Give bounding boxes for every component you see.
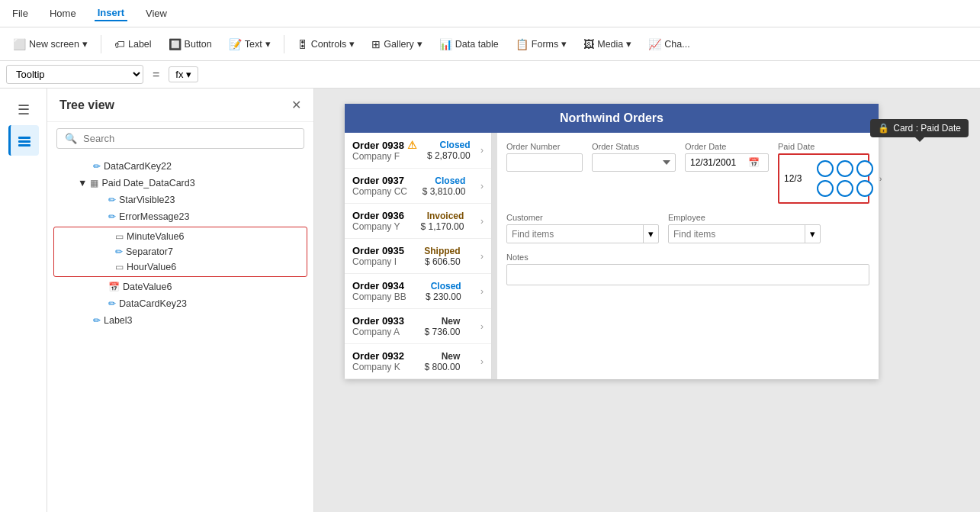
svg-rect-0 [18, 137, 31, 139]
form-row-3: Notes [506, 253, 869, 285]
order-item-0936[interactable]: Order 0936 Company Y Invoiced $ 1,170.00… [345, 204, 491, 239]
fx-button[interactable]: fx ▾ [169, 66, 198, 82]
time-circle-4[interactable] [817, 180, 834, 197]
time-circle-3[interactable] [856, 160, 873, 177]
order-item-0938[interactable]: Order 0938 ⚠ Company F Closed $ 2,870.00… [345, 133, 491, 169]
tree-item-datacardkey23[interactable]: ✏ DataCardKey23 [47, 296, 313, 311]
order-item-0932[interactable]: Order 0932 Company K New $ 800.00 › [345, 344, 491, 379]
charts-button[interactable]: 📈 Cha... [641, 34, 696, 54]
order-item-0933[interactable]: Order 0933 Company A New $ 736.00 › [345, 309, 491, 344]
scrollbar[interactable] [492, 133, 497, 379]
time-circle-2[interactable] [837, 160, 853, 177]
main-layout: ☰ Tree view ✕ 🔍 ✏ DataCardKey22 [0, 89, 980, 512]
menu-home[interactable]: Home [47, 6, 79, 21]
sidebar-hamburger[interactable]: ☰ [8, 95, 39, 125]
paid-date-chevron[interactable]: › [879, 175, 882, 183]
time-picker [814, 157, 876, 200]
tree-panel: Tree view ✕ 🔍 ✏ DataCardKey22 ▼ ▦ [47, 89, 314, 512]
sidebar-layers[interactable] [8, 125, 39, 156]
time-circle-1[interactable] [817, 160, 834, 177]
tree-item-errormessage23[interactable]: ✏ ErrorMessage23 [47, 209, 313, 224]
tree-item-starvisible23[interactable]: ✏ StarVisible23 [47, 192, 313, 208]
order-chevron-0932: › [480, 356, 484, 367]
forms-icon: 📋 [516, 38, 529, 50]
gallery-icon: ⊞ [371, 38, 381, 50]
time-circle-6[interactable] [856, 180, 873, 197]
order-date-input[interactable]: 📅 [685, 153, 769, 172]
order-chevron-0934: › [480, 286, 484, 297]
gallery-chevron-icon: ▾ [417, 38, 423, 50]
label-button[interactable]: 🏷 Label [108, 34, 159, 54]
order-item-0937[interactable]: Order 0937 Company CC Closed $ 3,810.00 … [345, 169, 491, 204]
tree-item-datevalue6[interactable]: 📅 DateValue6 [47, 279, 313, 295]
customer-input[interactable] [507, 226, 643, 243]
calendar-icon: 📅 [108, 282, 120, 292]
order-status-field: Order Status [592, 142, 676, 204]
paid-date-text[interactable] [784, 173, 811, 184]
edit-icon-23: ✏ [108, 298, 116, 309]
menu-bar: File Home Insert View [0, 0, 980, 27]
order-number-input[interactable] [506, 153, 583, 172]
layers-icon [17, 133, 32, 148]
label3-edit-icon: ✏ [93, 315, 101, 326]
data-table-icon: 📊 [439, 38, 452, 50]
toolbar: ⬜ New screen ▾ 🏷 Label 🔲 Button 📝 Text ▾… [0, 27, 980, 61]
tree-title: Tree view [59, 98, 114, 112]
controls-icon: 🎛 [297, 38, 308, 50]
warning-icon: ⚠ [407, 139, 417, 151]
tree-close-button[interactable]: ✕ [291, 98, 301, 112]
menu-file[interactable]: File [9, 6, 31, 21]
controls-button[interactable]: 🎛 Controls ▾ [291, 34, 362, 54]
customer-dropdown-btn[interactable]: ▾ [643, 225, 658, 243]
tree-item-separator7[interactable]: ✏ Separator7 [54, 244, 307, 259]
property-selector[interactable]: Tooltip [6, 65, 143, 84]
data-table-button[interactable]: 📊 Data table [432, 34, 506, 54]
screen-icon: ⬜ [13, 38, 26, 50]
tree-item-label3[interactable]: ✏ Label3 [47, 313, 313, 328]
rect-icon-hour: ▭ [115, 262, 124, 272]
tree-item-minutevalue6[interactable]: ▭ MinuteValue6 [54, 229, 307, 244]
order-chevron-0936: › [480, 216, 484, 227]
paid-date-input-container: › [778, 153, 869, 204]
selected-group: ▭ MinuteValue6 ✏ Separator7 ▭ HourValue6 [53, 227, 307, 277]
employee-dropdown-btn[interactable]: ▾ [805, 225, 820, 243]
tree-item-wrap: ✏ DataCardKey22 [47, 158, 313, 175]
menu-view[interactable]: View [143, 6, 170, 21]
tree-item-hourvalue6[interactable]: ▭ HourValue6 [54, 259, 307, 275]
media-button[interactable]: 🖼 Media ▾ [577, 34, 638, 54]
lock-icon: 🔒 [878, 123, 889, 134]
text-button[interactable]: 📝 Text ▾ [222, 34, 278, 54]
order-chevron-0935: › [480, 251, 484, 262]
notes-input[interactable] [506, 264, 869, 285]
error-edit-icon: ✏ [108, 211, 116, 222]
edit-icon: ✏ [93, 161, 101, 172]
order-status-select[interactable] [592, 153, 676, 172]
order-item-0935[interactable]: Order 0935 Company I Shipped $ 606.50 › [345, 239, 491, 274]
order-date-field: Order Date 📅 [685, 142, 769, 204]
menu-insert[interactable]: Insert [95, 5, 127, 21]
tree-search-bar[interactable]: 🔍 [56, 128, 304, 149]
text-icon: 📝 [229, 38, 242, 50]
orders-content: Order 0938 ⚠ Company F Closed $ 2,870.00… [345, 133, 879, 379]
time-circle-5[interactable] [837, 180, 853, 197]
forms-button[interactable]: 📋 Forms ▾ [509, 34, 574, 54]
button-button[interactable]: 🔲 Button [162, 34, 219, 54]
media-icon: 🖼 [583, 38, 594, 50]
sep-edit-icon: ✏ [115, 246, 123, 257]
svg-rect-2 [18, 144, 31, 147]
tree-item-paiddate-datacard[interactable]: ▼ ▦ Paid Date_DataCard3 [47, 175, 313, 191]
star-edit-icon: ✏ [108, 195, 116, 205]
chevron-down-icon: ▾ [82, 38, 88, 50]
canvas-area: Northwind Orders Order 0938 ⚠ Company F [314, 89, 980, 512]
order-item-0934[interactable]: Order 0934 Company BB Closed $ 230.00 › [345, 274, 491, 309]
calendar-date-icon[interactable]: 📅 [748, 157, 760, 168]
search-input[interactable] [83, 133, 296, 144]
sidebar: ☰ [0, 89, 47, 512]
employee-field: Employee ▾ [668, 213, 821, 243]
customer-select-container: ▾ [506, 224, 659, 243]
employee-input[interactable] [669, 226, 805, 243]
tree-item-datacardkey22[interactable]: ✏ DataCardKey22 [47, 159, 313, 174]
order-date-text[interactable] [690, 157, 745, 168]
new-screen-button[interactable]: ⬜ New screen ▾ [6, 34, 95, 54]
gallery-button[interactable]: ⊞ Gallery ▾ [365, 34, 429, 54]
